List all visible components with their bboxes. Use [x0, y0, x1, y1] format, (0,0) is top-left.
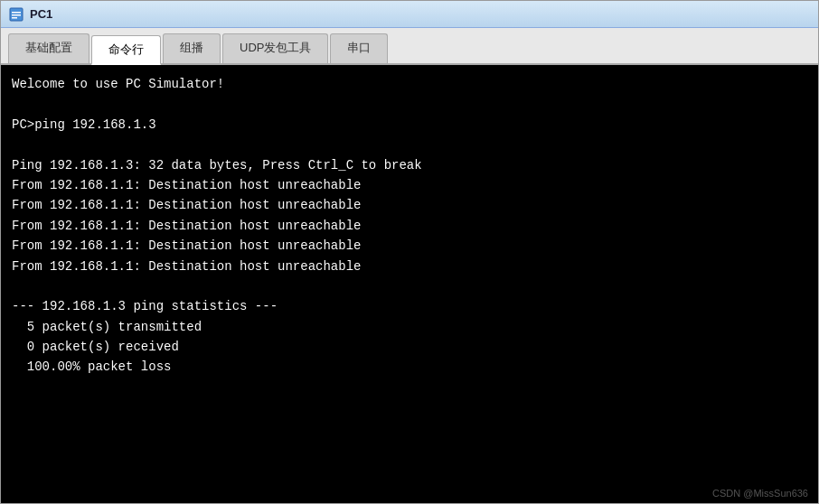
terminal-panel[interactable]: Welcome to use PC Simulator!PC>ping 192.… [1, 65, 818, 503]
terminal-line: From 192.168.1.1: Destination host unrea… [12, 216, 807, 236]
window-icon [8, 6, 24, 23]
terminal-line: From 192.168.1.1: Destination host unrea… [12, 236, 807, 256]
terminal-line: From 192.168.1.1: Destination host unrea… [12, 175, 807, 195]
tab-组播[interactable]: 组播 [163, 33, 221, 63]
svg-rect-1 [12, 12, 21, 14]
terminal-line [12, 276, 807, 296]
window-title: PC1 [30, 7, 52, 21]
terminal-line: 5 packet(s) transmitted [12, 317, 807, 337]
terminal-line: 100.00% packet loss [12, 357, 807, 377]
terminal-line: Ping 192.168.1.3: 32 data bytes, Press C… [12, 155, 807, 175]
title-bar: PC1 [1, 1, 818, 28]
tab-bar: 基础配置命令行组播UDP发包工具串口 [1, 28, 818, 65]
terminal-line: Welcome to use PC Simulator! [12, 74, 807, 94]
terminal-line: 0 packet(s) received [12, 337, 807, 357]
tab-串口[interactable]: 串口 [330, 33, 388, 63]
terminal-line: From 192.168.1.1: Destination host unrea… [12, 195, 807, 215]
watermark: CSDN @MissSun636 [712, 488, 808, 499]
tab-基础配置[interactable]: 基础配置 [8, 33, 89, 63]
main-window: PC1 基础配置命令行组播UDP发包工具串口 Welcome to use PC… [0, 0, 819, 504]
svg-rect-3 [12, 17, 17, 19]
terminal-line: PC>ping 192.168.1.3 [12, 115, 807, 135]
tab-UDP发包工具[interactable]: UDP发包工具 [222, 33, 328, 63]
terminal-line [12, 94, 807, 114]
terminal-line: From 192.168.1.1: Destination host unrea… [12, 257, 807, 276]
tab-命令行[interactable]: 命令行 [91, 35, 161, 65]
terminal-line: --- 192.168.1.3 ping statistics --- [12, 296, 807, 316]
svg-rect-2 [12, 14, 21, 16]
terminal-line [12, 135, 807, 154]
